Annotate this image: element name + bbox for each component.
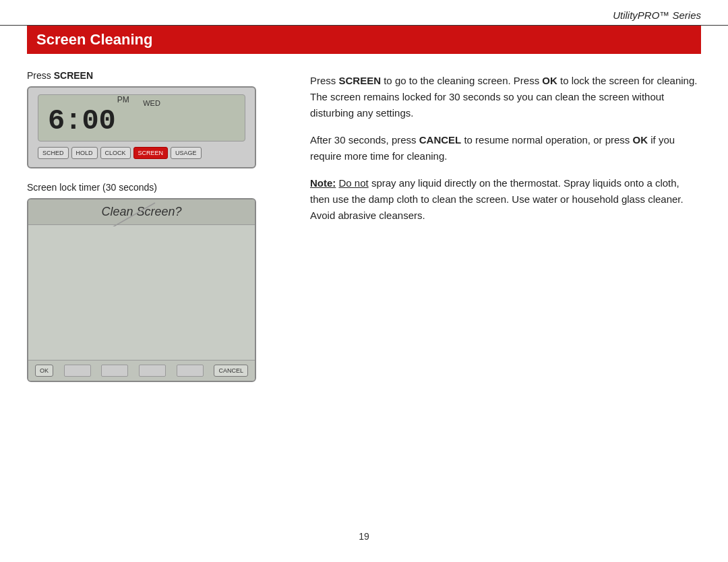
clean-screen-header: Clean Screen? — [28, 199, 255, 225]
sched-button[interactable]: SCHED — [38, 147, 69, 159]
clean-screen-text: Clean Screen? — [101, 205, 181, 218]
page-number: 19 — [359, 531, 369, 542]
screen-button[interactable]: SCREEN — [133, 147, 169, 159]
header-title: UtilityPRO™ Series — [613, 9, 701, 21]
note-label: Note: — [310, 177, 336, 189]
title-bar: Screen Cleaning — [27, 26, 701, 54]
clean-screen-footer: OK CANCEL — [28, 360, 255, 381]
clean-screen-body — [28, 225, 255, 360]
para-1: Press SCREEN to go to the cleaning scree… — [310, 73, 701, 121]
thermostat-display: WED 6:00 PM SCHED HOLD CLOCK SCREEN USAG… — [27, 86, 256, 168]
pm-label: PM — [117, 95, 129, 104]
ok-footer-button[interactable]: OK — [35, 365, 53, 377]
main-content: Press SCREEN WED 6:00 PM SCHED HOLD CLOC… — [0, 54, 728, 396]
para-3: Note: Do not spray any liquid directly o… — [310, 175, 701, 224]
footer-spacer-1 — [64, 365, 91, 377]
left-column: Press SCREEN WED 6:00 PM SCHED HOLD CLOC… — [27, 70, 283, 382]
clock-button[interactable]: CLOCK — [100, 147, 131, 159]
press-screen-label: Press SCREEN — [27, 70, 283, 81]
page-title: Screen Cleaning — [36, 31, 152, 48]
ok-bold-2: OK — [633, 134, 648, 146]
right-column: Press SCREEN to go to the cleaning scree… — [310, 70, 701, 382]
ok-bold-1: OK — [542, 75, 557, 86]
do-not-underline: Do not — [339, 177, 369, 189]
cancel-footer-button[interactable]: CANCEL — [214, 365, 248, 377]
lock-timer-label: Screen lock timer (30 seconds) — [27, 182, 283, 193]
screen-bold-1: SCREEN — [339, 75, 382, 86]
cancel-bold: CANCEL — [419, 134, 462, 146]
footer-spacer-4 — [177, 365, 204, 377]
usage-button[interactable]: USAGE — [171, 147, 202, 159]
time-display: 6:00 — [45, 107, 116, 135]
page-header: UtilityPRO™ Series — [0, 0, 728, 26]
thermostat-buttons: SCHED HOLD CLOCK SCREEN USAGE — [38, 147, 245, 159]
thermostat-screen: WED 6:00 PM — [38, 94, 245, 142]
hold-button[interactable]: HOLD — [71, 147, 98, 159]
footer-spacer-2 — [101, 365, 128, 377]
press-screen-bold: SCREEN — [54, 70, 93, 81]
para-2: After 30 seconds, press CANCEL to resume… — [310, 132, 701, 164]
clean-screen-display: Clean Screen? OK CANCEL — [27, 198, 256, 382]
footer-spacer-3 — [139, 365, 166, 377]
